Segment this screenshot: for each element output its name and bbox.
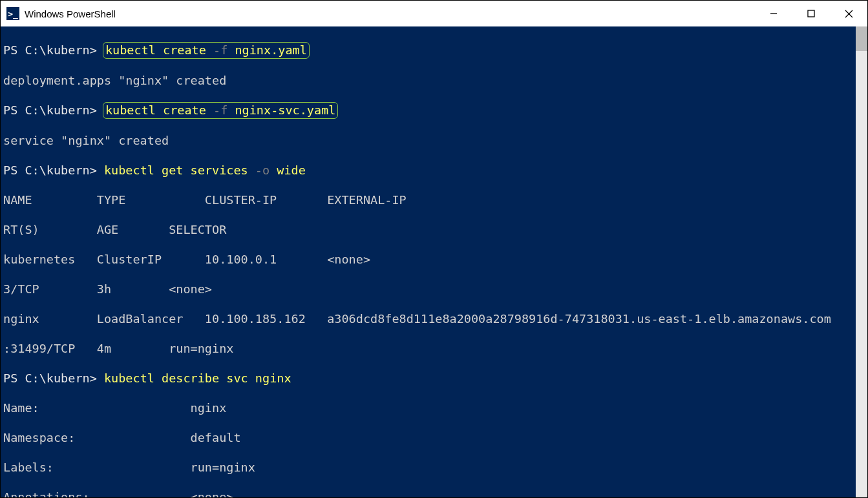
terminal-area[interactable]: PS C:\kubern> kubectl create -f nginx.ya…	[1, 26, 867, 497]
window-titlebar: >_ Windows PowerShell	[1, 1, 867, 26]
highlight-create-nginx: kubectl create -f nginx.yaml	[103, 42, 310, 59]
describe-row: Annotations: <none>	[3, 490, 853, 498]
describe-row: Labels: run=nginx	[3, 460, 853, 475]
svc-header: RT(S) AGE SELECTOR	[3, 222, 853, 237]
svc-row: :31499/TCP 4m run=nginx	[3, 341, 853, 356]
window-controls	[755, 1, 867, 26]
minimize-button[interactable]	[755, 1, 792, 26]
prompt: PS C:\kubern>	[3, 371, 97, 385]
close-button[interactable]	[830, 1, 867, 26]
prompt: PS C:\kubern>	[3, 163, 97, 177]
svg-rect-1	[808, 10, 814, 17]
output-line: deployment.apps "nginx" created	[3, 73, 853, 88]
scroll-thumb[interactable]	[856, 26, 867, 51]
vertical-scrollbar[interactable]	[856, 26, 867, 497]
highlight-create-svc: kubectl create -f nginx-svc.yaml	[103, 102, 338, 119]
describe-row: Namespace: default	[3, 430, 853, 445]
describe-row: Name: nginx	[3, 400, 853, 415]
maximize-button[interactable]	[792, 1, 830, 26]
svc-row: nginx LoadBalancer 10.100.185.162 a306dc…	[3, 311, 853, 326]
powershell-icon: >_	[6, 7, 19, 20]
svc-row: kubernetes ClusterIP 10.100.0.1 <none> 4…	[3, 252, 853, 267]
prompt: PS C:\kubern>	[3, 103, 97, 117]
terminal-output[interactable]: PS C:\kubern> kubectl create -f nginx.ya…	[1, 26, 856, 498]
svc-row: 3/TCP 3h <none>	[3, 282, 853, 296]
svc-header: NAME TYPE CLUSTER-IP EXTERNAL-IP PO	[3, 192, 853, 207]
prompt: PS C:\kubern>	[3, 43, 97, 57]
output-line: service "nginx" created	[3, 133, 853, 148]
window-title: Windows PowerShell	[25, 8, 755, 19]
icon-glyph: >_	[8, 9, 18, 19]
